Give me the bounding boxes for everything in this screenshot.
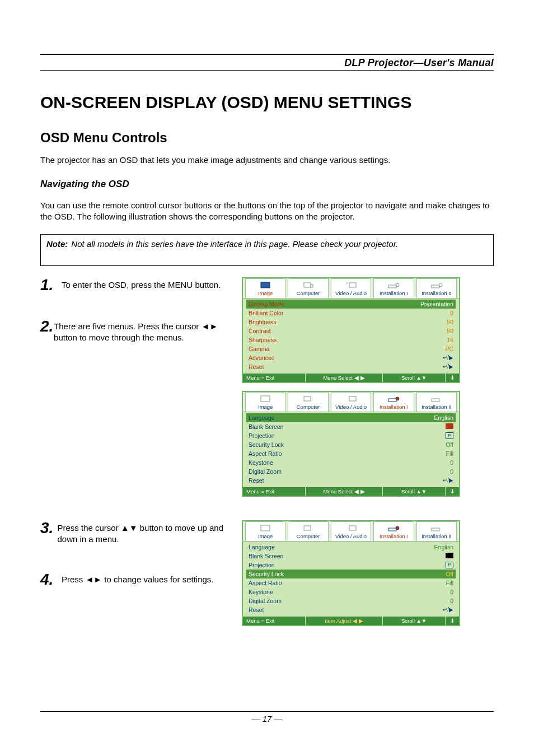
section-h1: ON-SCREEN DISPLAY (OSD) MENU SETTINGS <box>40 93 494 112</box>
projection-icon: P <box>446 432 453 439</box>
osd-tab-video[interactable]: Video / Audio <box>331 392 371 412</box>
help-icon: ⬇ <box>446 487 459 496</box>
step-text-3: Press the cursor ▲▼ button to move up an… <box>57 520 242 545</box>
osd-row: Contrast50 <box>246 326 456 335</box>
blank-screen-swatch <box>446 553 453 558</box>
install1-icon <box>387 395 400 403</box>
osd-row: Reset↵/▶ <box>246 605 456 614</box>
image-icon <box>259 524 271 532</box>
osd-tab-install2[interactable]: Installation II <box>416 278 457 298</box>
help-icon: ⬇ <box>446 374 459 382</box>
svg-rect-16 <box>349 526 356 530</box>
step-num-1: 1. <box>40 277 62 293</box>
note-label: Note: <box>46 239 68 249</box>
osd-row: Advanced↵/▶ <box>246 353 456 362</box>
osd-tab-image[interactable]: Image <box>245 392 285 412</box>
osd-row: GammaPC <box>246 344 456 353</box>
osd-row: LanguageEnglish <box>246 543 456 552</box>
nav-body: You can use the remote control cursor bu… <box>40 200 494 223</box>
osd-tab-computer[interactable]: Computer <box>288 521 328 541</box>
osd-tab-video[interactable]: Video / Audio <box>331 521 371 541</box>
osd-tab-install1[interactable]: Installation I <box>373 392 414 412</box>
projection-icon: P <box>446 562 453 568</box>
svg-rect-1 <box>304 283 311 287</box>
step-num-2: 2. <box>40 319 54 344</box>
osd-row: Sharpness16 <box>246 335 456 344</box>
install1-icon <box>387 524 400 532</box>
osd-row: Brilliant Color0 <box>246 309 456 318</box>
install2-icon <box>430 395 443 403</box>
osd-row: LanguageEnglish <box>246 413 456 422</box>
svg-point-12 <box>396 397 399 400</box>
osd-tab-install2[interactable]: Installation II <box>416 521 457 541</box>
svg-rect-19 <box>432 528 439 531</box>
svg-rect-10 <box>349 396 356 401</box>
video-audio-icon <box>345 395 357 403</box>
svg-rect-17 <box>388 528 396 531</box>
step-num-4: 4. <box>40 572 62 587</box>
step-text-4: Press ◄► to change values for settings. <box>62 572 214 587</box>
step-text-2: There are five menus. Press the cursor ◄… <box>54 319 242 344</box>
osd-row: Brightness50 <box>246 318 456 326</box>
install2-icon <box>430 524 443 532</box>
osd-tab-video[interactable]: Video / Audio <box>331 278 371 298</box>
osd-tab-install1[interactable]: Installation I <box>373 521 414 541</box>
header-title: DLP Projector—User's Manual <box>40 57 494 69</box>
osd-row: Aspect RatioFill <box>246 449 456 458</box>
note-box: Note: Not all models in this series have… <box>40 234 494 266</box>
svg-rect-3 <box>349 283 356 287</box>
osd-tabs: Image Computer Video / Audio Installatio… <box>243 278 459 298</box>
osd-row: Keystone0 <box>246 458 456 467</box>
image-icon <box>259 395 271 403</box>
svg-point-18 <box>396 526 399 530</box>
computer-icon <box>302 524 315 532</box>
install1-icon <box>387 281 400 289</box>
svg-rect-6 <box>432 285 439 288</box>
svg-rect-14 <box>261 525 270 531</box>
computer-icon <box>302 395 315 403</box>
osd-tab-computer[interactable]: Computer <box>288 392 328 412</box>
osd-row: Blank Screen <box>246 552 456 561</box>
osd-row: Reset↵/▶ <box>246 476 456 485</box>
osd-row: Aspect RatioFill <box>246 578 456 587</box>
osd-panel-install1-selected: Image Computer Video / Audio Installatio… <box>242 520 460 626</box>
svg-rect-15 <box>304 526 311 530</box>
svg-rect-4 <box>388 285 396 288</box>
svg-rect-2 <box>311 284 313 287</box>
video-audio-icon <box>345 281 357 289</box>
osd-row: ProjectionP <box>246 431 456 440</box>
video-audio-icon <box>345 524 357 532</box>
intro-text: The projector has an OSD that lets you m… <box>40 155 494 166</box>
svg-rect-13 <box>432 399 439 402</box>
osd-row: ProjectionP <box>246 561 456 570</box>
computer-icon <box>302 281 315 289</box>
osd-row: Security LockOff <box>246 440 456 449</box>
osd-panel-install1: Image Computer Video / Audio Installatio… <box>242 391 460 497</box>
osd-row: Digital Zoom0 <box>246 596 456 605</box>
osd-panel-image: Image Computer Video / Audio Installatio… <box>242 277 460 383</box>
svg-rect-11 <box>388 399 396 402</box>
nav-heading: Navigating the OSD <box>40 178 494 191</box>
install2-icon <box>430 281 443 289</box>
osd-footer: Menu = Exit Menu Select ◀ ▶ Scroll ▲▼ ⬇ <box>243 374 459 382</box>
note-text: Not all models in this series have the i… <box>71 239 398 249</box>
osd-tab-install1[interactable]: Installation I <box>373 278 414 298</box>
help-icon: ⬇ <box>446 617 459 625</box>
osd-tab-image[interactable]: Image <box>245 278 285 298</box>
osd-row: Reset↵/▶ <box>246 362 456 371</box>
page-number: — 17 — <box>40 714 494 724</box>
section-h2: OSD Menu Controls <box>40 130 494 146</box>
image-icon <box>259 281 271 289</box>
osd-tab-computer[interactable]: Computer <box>288 278 328 298</box>
osd-tab-image[interactable]: Image <box>245 521 285 541</box>
osd-tab-install2[interactable]: Installation II <box>416 392 457 412</box>
blank-screen-swatch <box>446 423 453 429</box>
osd-row: Keystone0 <box>246 587 456 596</box>
svg-rect-9 <box>304 396 311 401</box>
step-text-1: To enter the OSD, press the MENU button. <box>62 277 221 293</box>
svg-rect-8 <box>261 396 270 402</box>
step-num-3: 3. <box>40 520 57 545</box>
osd-row: Blank Screen <box>246 422 456 431</box>
osd-row: Digital Zoom0 <box>246 467 456 476</box>
svg-rect-0 <box>261 282 270 288</box>
